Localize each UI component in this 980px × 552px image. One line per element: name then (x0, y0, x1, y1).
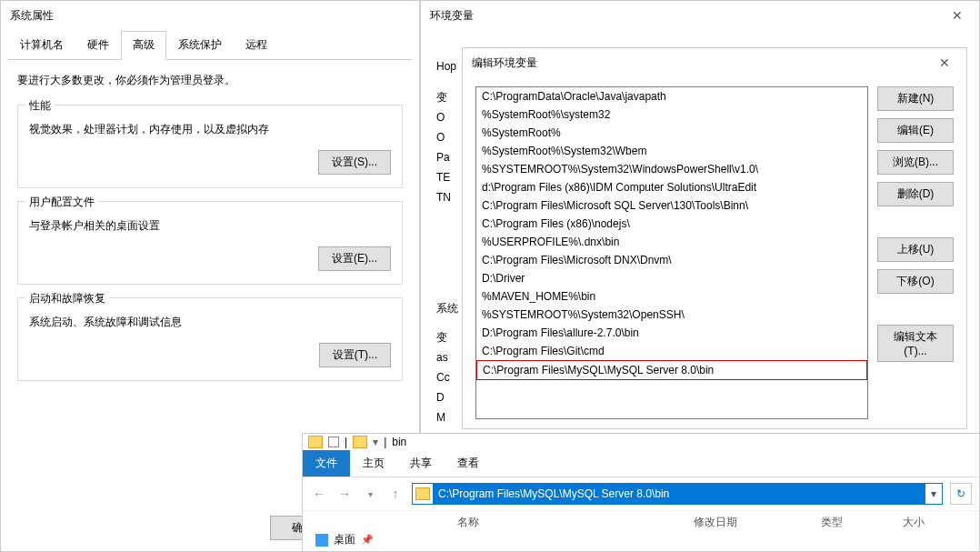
path-entry[interactable]: D:\Driver (476, 269, 867, 287)
folder-icon (308, 436, 323, 448)
address-bar[interactable]: C:\Program Files\MySQL\MySQL Server 8.0\… (433, 484, 925, 504)
edit-text-button[interactable]: 编辑文本(T)... (877, 325, 954, 362)
dialog-body: 要进行大多数更改，你必须作为管理员登录。 性能 视觉效果，处理器计划，内存使用，… (1, 60, 419, 406)
move-up-button[interactable]: 上移(U) (877, 237, 954, 262)
forward-icon[interactable]: → (335, 485, 354, 503)
move-down-button[interactable]: 下移(O) (877, 269, 954, 294)
path-listbox[interactable]: C:\ProgramData\Oracle\Java\javapath%Syst… (475, 86, 868, 419)
admin-note: 要进行大多数更改，你必须作为管理员登录。 (17, 73, 403, 88)
path-entry[interactable]: C:\Program Files\Microsoft DNX\Dnvm\ (476, 251, 867, 269)
desktop-icon (315, 534, 328, 547)
address-bar-wrap: C:\Program Files\MySQL\MySQL Server 8.0\… (412, 483, 943, 505)
path-entry[interactable]: C:\Program Files (x86)\nodejs\ (476, 215, 867, 233)
tab-system-protection[interactable]: 系统保护 (166, 31, 234, 59)
col-size[interactable]: 大小 (903, 515, 957, 530)
close-icon[interactable]: ✕ (945, 6, 970, 25)
separator: | (345, 436, 347, 448)
ribbon-view[interactable]: 查看 (445, 450, 492, 477)
group-desc: 视觉效果，处理器计划，内存使用，以及虚拟内存 (29, 122, 391, 137)
dialog-title: 编辑环境变量 (472, 55, 537, 71)
path-entry[interactable]: C:\Program Files\Microsoft SQL Server\13… (476, 196, 867, 215)
path-entry[interactable]: C:\Program Files\MySQL\MySQL Server 8.0\… (476, 360, 867, 380)
list-item: M (436, 407, 458, 427)
list-item: 变 (436, 327, 458, 347)
button-column: 新建(N) 编辑(E) 浏览(B)... 删除(D) 上移(U) 下移(O) 编… (877, 86, 954, 419)
col-type[interactable]: 类型 (821, 515, 903, 530)
path-entry[interactable]: %SYSTEMROOT%\System32\OpenSSH\ (476, 306, 867, 324)
tab-computer-name[interactable]: 计算机名 (8, 31, 75, 59)
list-item: D (436, 387, 458, 407)
path-entry[interactable]: %SystemRoot%\system32 (476, 105, 867, 124)
sys-label: 系统 (436, 298, 458, 318)
folder-icon (413, 487, 433, 500)
group-title: 用户配置文件 (25, 195, 98, 210)
performance-group: 性能 视觉效果，处理器计划，内存使用，以及虚拟内存 设置(S)... (17, 105, 403, 188)
list-item: TE (436, 167, 458, 187)
back-icon[interactable]: ← (310, 485, 328, 503)
tab-hardware[interactable]: 硬件 (75, 31, 121, 59)
ribbon-file[interactable]: 文件 (303, 450, 350, 477)
edit-button[interactable]: 编辑(E) (877, 118, 954, 143)
edit-env-dialog: 编辑环境变量 ✕ C:\ProgramData\Oracle\Java\java… (462, 47, 967, 429)
perf-settings-button[interactable]: 设置(S)... (318, 150, 391, 175)
hop-label: Hop (436, 60, 456, 73)
delete-button[interactable]: 删除(D) (877, 182, 954, 206)
dialog-body: C:\ProgramData\Oracle\Java\javapath%Syst… (463, 77, 966, 428)
col-date[interactable]: 修改日期 (694, 515, 821, 530)
dialog-title: 环境变量 (430, 8, 474, 24)
group-title: 性能 (25, 98, 55, 114)
profile-group: 用户配置文件 与登录帐户相关的桌面设置 设置(E)... (17, 201, 403, 285)
ribbon: 文件 主页 共享 查看 (303, 450, 979, 477)
tree-item-desktop[interactable]: 桌面 📌 (315, 532, 374, 547)
browse-button[interactable]: 浏览(B)... (877, 150, 954, 175)
explorer-titlebar: | ▾ | bin (303, 434, 979, 450)
list-item: Cc (436, 367, 458, 387)
new-button[interactable]: 新建(N) (877, 86, 954, 111)
path-entry[interactable]: %SystemRoot%\System32\Wbem (476, 142, 867, 160)
column-headers: 名称 修改日期 类型 大小 (303, 510, 979, 534)
envvar-left-column: 变 O O Pa TE TN 系统 变 as Cc D M (436, 87, 458, 427)
close-icon[interactable]: ✕ (932, 54, 957, 72)
ribbon-share[interactable]: 共享 (397, 450, 445, 477)
tab-remote[interactable]: 远程 (234, 31, 279, 59)
folder-icon (353, 436, 367, 448)
path-entry[interactable]: D:\Program Files\allure-2.7.0\bin (476, 324, 867, 342)
path-entry[interactable]: C:\ProgramData\Oracle\Java\javapath (476, 87, 867, 105)
group-desc: 与登录帐户相关的桌面设置 (29, 218, 391, 234)
dialog-title: 系统属性 (1, 1, 419, 31)
path-entry[interactable]: C:\Program Files\Git\cmd (476, 342, 867, 360)
list-item: O (436, 107, 458, 127)
list-item: 变 (436, 87, 458, 107)
list-item: TN (436, 187, 458, 207)
ribbon-home[interactable]: 主页 (350, 450, 397, 477)
path-entry[interactable]: %USERPROFILE%\.dnx\bin (476, 233, 867, 251)
list-item: Pa (436, 147, 458, 167)
separator: | (384, 436, 386, 448)
pin-icon: 📌 (361, 534, 374, 546)
tree-label: 桌面 (334, 532, 355, 547)
titlebar: 环境变量 ✕ (421, 1, 979, 30)
tabs: 计算机名 硬件 高级 系统保护 远程 (8, 31, 412, 60)
tab-advanced[interactable]: 高级 (121, 31, 166, 60)
group-title: 启动和故障恢复 (25, 291, 109, 306)
refresh-icon[interactable]: ↻ (950, 483, 972, 505)
checkbox-icon[interactable] (328, 437, 339, 447)
breadcrumb: bin (392, 436, 406, 448)
startup-settings-button[interactable]: 设置(T)... (319, 343, 391, 367)
profile-settings-button[interactable]: 设置(E)... (318, 246, 391, 271)
group-desc: 系统启动、系统故障和调试信息 (29, 315, 391, 330)
list-item: as (436, 347, 458, 367)
history-dropdown-icon[interactable]: ▾ (361, 485, 379, 503)
file-explorer: | ▾ | bin 文件 主页 共享 查看 ← → ▾ ↑ C:\Program… (302, 433, 980, 552)
path-entry[interactable]: d:\Program Files (x86)\IDM Computer Solu… (476, 178, 867, 196)
list-item: O (436, 127, 458, 147)
path-entry[interactable]: %MAVEN_HOME%\bin (476, 287, 867, 306)
path-entry[interactable]: %SYSTEMROOT%\System32\WindowsPowerShell\… (476, 160, 867, 178)
startup-group: 启动和故障恢复 系统启动、系统故障和调试信息 设置(T)... (17, 297, 403, 381)
path-entry[interactable]: %SystemRoot% (476, 124, 867, 142)
titlebar: 编辑环境变量 ✕ (463, 48, 966, 77)
col-name[interactable]: 名称 (457, 515, 694, 530)
up-icon[interactable]: ↑ (386, 485, 405, 503)
address-dropdown-icon[interactable]: ▾ (925, 487, 942, 500)
nav-bar: ← → ▾ ↑ C:\Program Files\MySQL\MySQL Ser… (303, 477, 979, 510)
